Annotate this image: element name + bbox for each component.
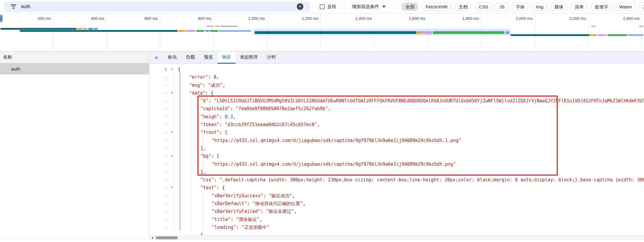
line-number: - [150,216,167,223]
line-number: - [150,129,167,136]
json-line: 1▼{ [150,65,644,73]
waterfall-bar-segment[interactable] [215,26,219,27]
json-punctuation: : { [205,90,214,96]
filter-chip[interactable]: 套接字 [591,3,612,11]
invert-checkbox[interactable] [320,4,325,9]
waterfall-bar-segment[interactable] [196,30,204,32]
fold-arrow-icon[interactable]: ▼ [169,65,175,73]
bottom-edge [0,240,644,242]
line-number: - [150,121,167,129]
filter-chip[interactable]: 清单 [571,3,587,11]
filter-chip[interactable]: 全部 [402,3,418,11]
detail-tab-计时[interactable]: 计时 [263,51,281,64]
waterfall-bar-segment[interactable] [20,30,178,32]
waterfall-bar-segment[interactable] [598,34,606,36]
waterfall-bar-segment[interactable] [205,30,209,32]
name-column-header[interactable]: 名称 [0,51,149,63]
scrollbar-left-arrow-icon[interactable]: ◄ [151,236,154,240]
json-line: -"captchaId": "7da8da9f086058078e2aef5c2… [150,105,644,113]
filter-chip[interactable]: Img [532,3,547,11]
horizontal-scrollbar[interactable]: ◄ [150,235,644,240]
json-punctuation: : [219,122,225,127]
ruler-tick-label: 1,800 ms [452,16,479,21]
json-line: -} [150,231,644,235]
filter-chip[interactable]: JS [496,3,508,11]
filter-funnel-icon [11,5,16,9]
waterfall-bar-segment[interactable] [423,31,432,34]
json-line: -"css": ".default-captcha {width: 300px;… [150,176,644,184]
line-number: - [150,113,167,121]
waterfall-bar-segment[interactable] [628,34,643,36]
filter-chip[interactable]: Wasm [616,3,636,11]
json-number: 0 [214,74,216,80]
waterfall-bar-segment[interactable] [207,26,214,27]
waterfall-bar-segment[interactable] [591,26,595,27]
filter-chip[interactable]: 字体 [512,3,528,11]
filter-value[interactable]: auth [21,4,30,9]
detail-tab-预览[interactable]: 预览 [199,51,217,64]
json-punctuation: : [208,98,214,104]
ruler-tick-label: 1,200 ms [291,16,318,21]
json-punctuation: : [263,193,269,198]
json-string: "heigh" [200,114,219,119]
waterfall-bar-segment[interactable] [607,34,627,36]
fold-arrow-icon[interactable]: ▼ [169,184,175,192]
response-json-viewer[interactable]: 1▼{-"error": 0,-"msg": "成功",-▼"data": {-… [150,64,644,235]
json-punctuation: , [292,193,295,198]
waterfall-bar-segment[interactable] [83,28,87,30]
fold-arrow-icon[interactable]: ▼ [169,89,175,97]
waterfall-bar-segment[interactable] [433,31,504,34]
waterfall-bar-segment[interactable] [219,30,251,32]
waterfall-bar-segment[interactable] [88,28,93,30]
fold-arrow-icon[interactable]: ▼ [169,129,175,136]
ruler-gridline [588,14,588,51]
filter-chip[interactable]: CSS [475,3,492,11]
waterfall-bar-segment[interactable] [93,28,98,30]
json-string: "成功" [208,83,223,88]
waterfall-bar-segment[interactable] [77,28,82,30]
json-string: "验证成功" [269,193,292,198]
filter-chip[interactable]: 其他 [639,3,644,11]
clear-filter-icon[interactable]: × [297,3,303,10]
more-filters-button[interactable]: 增加筛选条件 [352,0,386,13]
detail-tabbar: × 标头负载预览响应发起程序计时 [150,51,644,64]
ruler-gridline [160,14,160,51]
filter-chip[interactable]: Fetch/XHR [422,3,451,11]
waterfall-bar-segment[interactable] [1,28,77,30]
devtools-network-panel: auth × 反转 增加筛选条件 全部Fetch/XHR文档CSSJS字体Img… [0,0,644,242]
waterfall-bar-segment[interactable] [178,30,185,32]
filter-chip[interactable]: 文档 [455,3,471,11]
waterfall-bar-segment[interactable] [506,31,509,34]
more-filters-label: 增加筛选条件 [352,4,379,10]
detail-tab-响应[interactable]: 响应 [217,51,235,64]
json-string: "正在加载中" [242,225,269,230]
line-number: - [150,168,167,176]
waterfall-bar-segment[interactable] [511,34,589,36]
ruler-tick-label: 400 ms [77,16,104,21]
detail-tab-负载[interactable]: 负载 [181,51,199,64]
fold-arrow-icon[interactable]: ▼ [169,152,175,160]
waterfall-bar-segment[interactable] [590,34,597,36]
request-row[interactable]: auth [0,63,149,74]
json-number: 0.3 [225,114,233,119]
network-overview[interactable]: 200 ms400 ms600 ms800 ms1,000 ms1,200 ms… [0,13,644,51]
json-string: "移动滑块到正确的位置" [252,201,303,206]
waterfall-bar-segment[interactable] [639,26,643,27]
ruler-gridline [642,14,642,51]
overview-window-handle[interactable] [0,15,3,22]
detail-tab-发起程序[interactable]: 发起程序 [235,51,263,64]
json-string: "front" [200,130,219,135]
detail-tab-标头[interactable]: 标头 [163,51,181,64]
json-punctuation: , [233,114,236,119]
waterfall-bar-segment[interactable] [255,31,416,34]
waterfall-bar-segment[interactable] [417,31,422,34]
waterfall-bar-segment[interactable] [220,26,237,27]
filter-chip[interactable]: 媒体 [551,3,567,11]
resource-type-chips: 全部Fetch/XHR文档CSSJS字体Img媒体清单套接字Wasm其他 [402,0,644,13]
waterfall-bar-segment[interactable] [186,30,196,32]
scrollbar-thumb[interactable] [156,236,178,239]
filter-input[interactable]: auth × [4,2,310,12]
close-detail-icon[interactable]: × [150,51,163,64]
json-punctuation: , [328,106,331,111]
waterfall-bar-segment[interactable] [210,30,218,32]
